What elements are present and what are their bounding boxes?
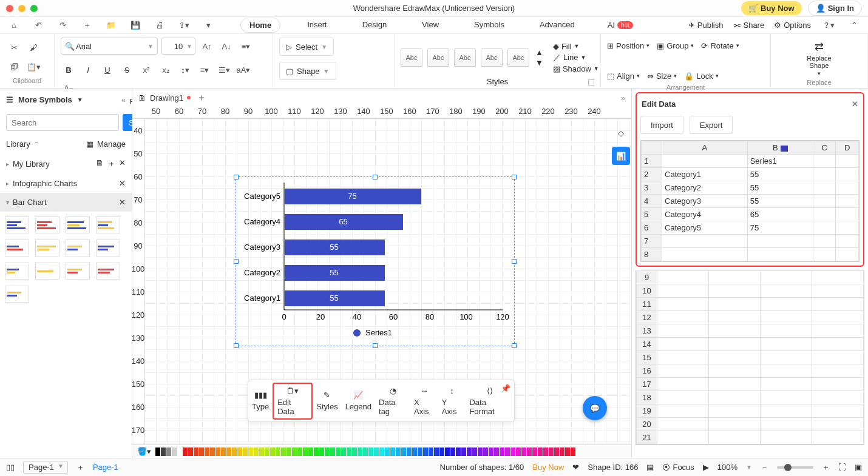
- color-swatch[interactable]: [527, 448, 532, 456]
- color-swatch[interactable]: [232, 448, 237, 456]
- play-icon[interactable]: ▶: [703, 463, 709, 472]
- color-swatch[interactable]: [308, 448, 313, 456]
- new-icon[interactable]: ＋: [79, 18, 95, 33]
- color-swatch[interactable]: [183, 448, 188, 456]
- grid-cell[interactable]: [657, 271, 709, 284]
- grid-cell[interactable]: Category3: [662, 195, 748, 208]
- color-swatch[interactable]: [276, 448, 280, 456]
- color-swatch[interactable]: [226, 448, 231, 456]
- underline-icon[interactable]: U: [100, 62, 115, 78]
- color-swatch[interactable]: [385, 448, 390, 456]
- styles-down-icon[interactable]: ▼: [535, 58, 543, 67]
- export-icon[interactable]: ⇪▾: [176, 18, 192, 33]
- x-axis-button[interactable]: ↔X Axis: [410, 384, 438, 418]
- line-button[interactable]: ／Line▼: [553, 52, 599, 63]
- row-header[interactable]: 21: [637, 431, 657, 444]
- close-icon[interactable]: ✕: [119, 179, 126, 188]
- color-swatch[interactable]: [494, 448, 499, 456]
- color-swatch[interactable]: [172, 448, 177, 456]
- options-button[interactable]: ⚙Options: [774, 21, 811, 30]
- color-swatch[interactable]: [390, 448, 395, 456]
- color-swatch[interactable]: [483, 448, 488, 456]
- color-swatch[interactable]: [429, 448, 433, 456]
- grid-cell[interactable]: [836, 221, 859, 235]
- color-swatch[interactable]: [554, 448, 559, 456]
- color-swatch[interactable]: [161, 448, 166, 456]
- color-swatch[interactable]: [297, 448, 302, 456]
- grid-cell[interactable]: [657, 431, 709, 444]
- bar-chart[interactable]: 75Category565Category455Category355Categ…: [236, 176, 515, 346]
- group-button[interactable]: ▣Group▾: [657, 38, 694, 53]
- color-swatch[interactable]: [243, 448, 248, 456]
- grid-cell[interactable]: [657, 324, 709, 338]
- grid-cell[interactable]: [812, 404, 864, 418]
- italic-icon[interactable]: I: [80, 62, 96, 78]
- add-lib-icon[interactable]: ＋: [107, 158, 115, 169]
- grid-cell[interactable]: [813, 235, 836, 248]
- assistant-fab[interactable]: 💬: [583, 396, 607, 420]
- legend-button[interactable]: 📈Legend: [342, 388, 375, 414]
- focus-button[interactable]: ⦿Focus: [662, 463, 694, 472]
- row-header[interactable]: 14: [637, 338, 657, 351]
- grid-cell[interactable]: 65: [747, 208, 813, 221]
- style-preset[interactable]: Abc: [481, 49, 503, 67]
- increase-font-icon[interactable]: A↑: [199, 38, 215, 54]
- document-tab[interactable]: 🗎 Drawing1: [138, 93, 191, 102]
- col-header[interactable]: B: [747, 141, 813, 155]
- grid-cell[interactable]: [761, 364, 812, 378]
- font-family-select[interactable]: 🔍 Arial ▼: [61, 38, 158, 55]
- grid-cell[interactable]: [747, 235, 813, 248]
- row-header[interactable]: 13: [637, 324, 657, 338]
- grid-cell[interactable]: [812, 431, 864, 444]
- paste-icon[interactable]: 📋▾: [25, 59, 41, 75]
- color-swatch[interactable]: [221, 448, 226, 456]
- rotate-button[interactable]: ⟳Rotate▾: [701, 38, 739, 53]
- color-swatch[interactable]: [445, 448, 450, 456]
- color-swatch[interactable]: [292, 448, 297, 456]
- grid-cell[interactable]: Category2: [662, 181, 748, 195]
- row-header[interactable]: 2: [642, 168, 662, 181]
- chart-type-button[interactable]: ▮▮▮Type: [248, 388, 273, 414]
- grid-cell[interactable]: [812, 338, 864, 351]
- grid-cell[interactable]: [812, 391, 864, 404]
- grid-cell[interactable]: [813, 181, 836, 195]
- color-swatch[interactable]: [347, 448, 351, 456]
- row-header[interactable]: 6: [642, 221, 662, 235]
- grid-cell[interactable]: [813, 248, 836, 261]
- color-swatch[interactable]: [166, 448, 171, 456]
- grid-cell[interactable]: [761, 431, 812, 444]
- add-page-button[interactable]: ＋: [76, 462, 84, 473]
- grid-cell[interactable]: 55: [747, 195, 813, 208]
- print-icon[interactable]: 🖨: [152, 18, 168, 33]
- grid-cell[interactable]: [836, 208, 859, 221]
- help-icon[interactable]: ？▾: [821, 18, 836, 33]
- row-header[interactable]: 11: [637, 298, 657, 311]
- grid-cell[interactable]: [657, 351, 709, 364]
- color-swatch[interactable]: [510, 448, 515, 456]
- library-row[interactable]: Library ⌃ ▦Manage: [0, 135, 132, 153]
- data-grid-extra[interactable]: 9101112131415161718192021: [636, 270, 864, 445]
- grid-cell[interactable]: Category4: [662, 208, 748, 221]
- qat-more-icon[interactable]: ▾: [200, 18, 216, 33]
- color-swatch[interactable]: [461, 448, 466, 456]
- color-swatch[interactable]: [248, 448, 253, 456]
- grid-cell[interactable]: [761, 338, 812, 351]
- chart-panel-icon[interactable]: 📊: [612, 147, 630, 165]
- row-header[interactable]: 20: [637, 418, 657, 431]
- grid-cell[interactable]: [657, 364, 709, 378]
- page-tab[interactable]: Page-1: [93, 463, 118, 472]
- page-select[interactable]: Page-1▼: [23, 461, 68, 474]
- align-button[interactable]: ⬚Align▾: [607, 68, 640, 84]
- row-header[interactable]: 10: [637, 284, 657, 298]
- chevron-down-icon[interactable]: ▼: [746, 464, 752, 471]
- grid-cell[interactable]: [709, 404, 761, 418]
- row-header[interactable]: 7: [642, 235, 662, 248]
- edit-data-button[interactable]: 🗒▾Edit Data: [273, 383, 313, 420]
- replace-shape-button[interactable]: ⇄ Replace Shape ▾: [802, 38, 836, 79]
- color-swatch[interactable]: [336, 448, 341, 456]
- style-preset[interactable]: Abc: [401, 49, 422, 67]
- symbol-search-input[interactable]: [6, 114, 119, 131]
- tab-advanced[interactable]: Advanced: [531, 18, 583, 33]
- color-swatch[interactable]: [407, 448, 412, 456]
- color-swatch[interactable]: [352, 448, 357, 456]
